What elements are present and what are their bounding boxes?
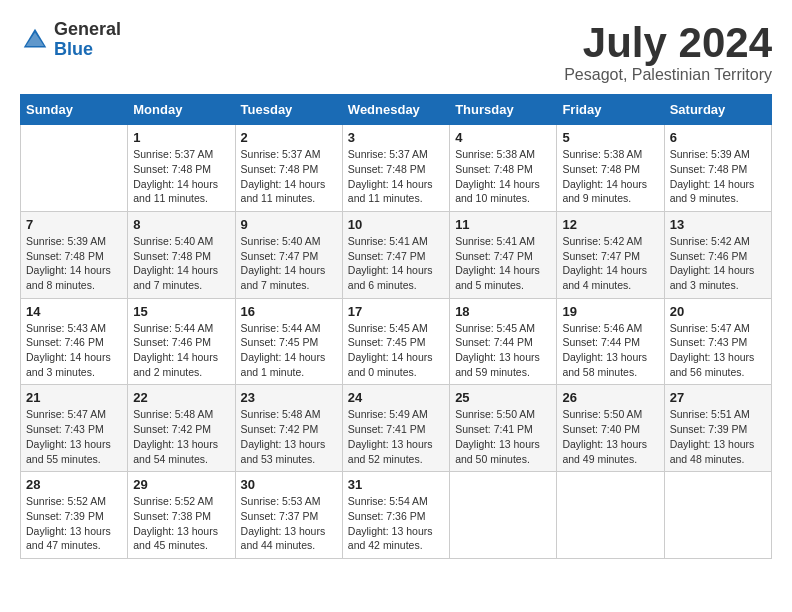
day-number: 17 [348, 304, 444, 319]
weekday-friday: Friday [557, 95, 664, 125]
title-block: July 2024 Pesagot, Palestinian Territory [564, 20, 772, 84]
day-number: 30 [241, 477, 337, 492]
day-cell: 28Sunrise: 5:52 AMSunset: 7:39 PMDayligh… [21, 472, 128, 559]
day-number: 14 [26, 304, 122, 319]
day-info: Sunrise: 5:38 AMSunset: 7:48 PMDaylight:… [455, 147, 551, 206]
month-title: July 2024 [564, 20, 772, 66]
week-row-5: 28Sunrise: 5:52 AMSunset: 7:39 PMDayligh… [21, 472, 772, 559]
day-cell: 22Sunrise: 5:48 AMSunset: 7:42 PMDayligh… [128, 385, 235, 472]
day-cell: 26Sunrise: 5:50 AMSunset: 7:40 PMDayligh… [557, 385, 664, 472]
day-cell: 4Sunrise: 5:38 AMSunset: 7:48 PMDaylight… [450, 125, 557, 212]
day-cell: 7Sunrise: 5:39 AMSunset: 7:48 PMDaylight… [21, 211, 128, 298]
day-number: 8 [133, 217, 229, 232]
day-info: Sunrise: 5:46 AMSunset: 7:44 PMDaylight:… [562, 321, 658, 380]
day-cell [450, 472, 557, 559]
day-number: 12 [562, 217, 658, 232]
day-info: Sunrise: 5:47 AMSunset: 7:43 PMDaylight:… [26, 407, 122, 466]
day-cell: 3Sunrise: 5:37 AMSunset: 7:48 PMDaylight… [342, 125, 449, 212]
weekday-saturday: Saturday [664, 95, 771, 125]
logo-text: General Blue [54, 20, 121, 60]
day-info: Sunrise: 5:40 AMSunset: 7:47 PMDaylight:… [241, 234, 337, 293]
weekday-thursday: Thursday [450, 95, 557, 125]
day-cell: 8Sunrise: 5:40 AMSunset: 7:48 PMDaylight… [128, 211, 235, 298]
day-info: Sunrise: 5:50 AMSunset: 7:40 PMDaylight:… [562, 407, 658, 466]
day-info: Sunrise: 5:42 AMSunset: 7:47 PMDaylight:… [562, 234, 658, 293]
day-cell: 16Sunrise: 5:44 AMSunset: 7:45 PMDayligh… [235, 298, 342, 385]
day-info: Sunrise: 5:45 AMSunset: 7:44 PMDaylight:… [455, 321, 551, 380]
day-number: 31 [348, 477, 444, 492]
day-cell: 25Sunrise: 5:50 AMSunset: 7:41 PMDayligh… [450, 385, 557, 472]
day-cell: 18Sunrise: 5:45 AMSunset: 7:44 PMDayligh… [450, 298, 557, 385]
day-info: Sunrise: 5:44 AMSunset: 7:45 PMDaylight:… [241, 321, 337, 380]
weekday-sunday: Sunday [21, 95, 128, 125]
day-cell: 9Sunrise: 5:40 AMSunset: 7:47 PMDaylight… [235, 211, 342, 298]
day-info: Sunrise: 5:53 AMSunset: 7:37 PMDaylight:… [241, 494, 337, 553]
day-cell: 24Sunrise: 5:49 AMSunset: 7:41 PMDayligh… [342, 385, 449, 472]
day-info: Sunrise: 5:54 AMSunset: 7:36 PMDaylight:… [348, 494, 444, 553]
day-number: 16 [241, 304, 337, 319]
day-number: 28 [26, 477, 122, 492]
day-cell: 21Sunrise: 5:47 AMSunset: 7:43 PMDayligh… [21, 385, 128, 472]
day-cell: 31Sunrise: 5:54 AMSunset: 7:36 PMDayligh… [342, 472, 449, 559]
day-cell: 12Sunrise: 5:42 AMSunset: 7:47 PMDayligh… [557, 211, 664, 298]
day-info: Sunrise: 5:52 AMSunset: 7:38 PMDaylight:… [133, 494, 229, 553]
day-number: 13 [670, 217, 766, 232]
day-info: Sunrise: 5:47 AMSunset: 7:43 PMDaylight:… [670, 321, 766, 380]
day-cell: 14Sunrise: 5:43 AMSunset: 7:46 PMDayligh… [21, 298, 128, 385]
day-info: Sunrise: 5:48 AMSunset: 7:42 PMDaylight:… [241, 407, 337, 466]
day-number: 2 [241, 130, 337, 145]
day-info: Sunrise: 5:40 AMSunset: 7:48 PMDaylight:… [133, 234, 229, 293]
day-info: Sunrise: 5:41 AMSunset: 7:47 PMDaylight:… [455, 234, 551, 293]
day-number: 22 [133, 390, 229, 405]
day-info: Sunrise: 5:39 AMSunset: 7:48 PMDaylight:… [670, 147, 766, 206]
day-info: Sunrise: 5:42 AMSunset: 7:46 PMDaylight:… [670, 234, 766, 293]
day-info: Sunrise: 5:43 AMSunset: 7:46 PMDaylight:… [26, 321, 122, 380]
day-info: Sunrise: 5:39 AMSunset: 7:48 PMDaylight:… [26, 234, 122, 293]
day-cell [664, 472, 771, 559]
day-info: Sunrise: 5:48 AMSunset: 7:42 PMDaylight:… [133, 407, 229, 466]
weekday-monday: Monday [128, 95, 235, 125]
week-row-3: 14Sunrise: 5:43 AMSunset: 7:46 PMDayligh… [21, 298, 772, 385]
day-info: Sunrise: 5:37 AMSunset: 7:48 PMDaylight:… [348, 147, 444, 206]
logo: General Blue [20, 20, 121, 60]
day-cell [557, 472, 664, 559]
weekday-header-row: SundayMondayTuesdayWednesdayThursdayFrid… [21, 95, 772, 125]
logo-blue: Blue [54, 40, 121, 60]
day-info: Sunrise: 5:52 AMSunset: 7:39 PMDaylight:… [26, 494, 122, 553]
day-info: Sunrise: 5:41 AMSunset: 7:47 PMDaylight:… [348, 234, 444, 293]
day-number: 4 [455, 130, 551, 145]
day-cell [21, 125, 128, 212]
week-row-4: 21Sunrise: 5:47 AMSunset: 7:43 PMDayligh… [21, 385, 772, 472]
day-number: 15 [133, 304, 229, 319]
day-number: 29 [133, 477, 229, 492]
day-number: 7 [26, 217, 122, 232]
day-cell: 20Sunrise: 5:47 AMSunset: 7:43 PMDayligh… [664, 298, 771, 385]
day-cell: 27Sunrise: 5:51 AMSunset: 7:39 PMDayligh… [664, 385, 771, 472]
day-info: Sunrise: 5:49 AMSunset: 7:41 PMDaylight:… [348, 407, 444, 466]
day-cell: 17Sunrise: 5:45 AMSunset: 7:45 PMDayligh… [342, 298, 449, 385]
day-info: Sunrise: 5:37 AMSunset: 7:48 PMDaylight:… [241, 147, 337, 206]
day-cell: 30Sunrise: 5:53 AMSunset: 7:37 PMDayligh… [235, 472, 342, 559]
day-info: Sunrise: 5:37 AMSunset: 7:48 PMDaylight:… [133, 147, 229, 206]
day-cell: 23Sunrise: 5:48 AMSunset: 7:42 PMDayligh… [235, 385, 342, 472]
day-cell: 10Sunrise: 5:41 AMSunset: 7:47 PMDayligh… [342, 211, 449, 298]
day-info: Sunrise: 5:44 AMSunset: 7:46 PMDaylight:… [133, 321, 229, 380]
day-number: 5 [562, 130, 658, 145]
day-number: 21 [26, 390, 122, 405]
day-number: 11 [455, 217, 551, 232]
day-number: 26 [562, 390, 658, 405]
day-number: 6 [670, 130, 766, 145]
day-number: 10 [348, 217, 444, 232]
weekday-tuesday: Tuesday [235, 95, 342, 125]
day-number: 3 [348, 130, 444, 145]
day-info: Sunrise: 5:38 AMSunset: 7:48 PMDaylight:… [562, 147, 658, 206]
day-info: Sunrise: 5:45 AMSunset: 7:45 PMDaylight:… [348, 321, 444, 380]
day-cell: 15Sunrise: 5:44 AMSunset: 7:46 PMDayligh… [128, 298, 235, 385]
day-cell: 1Sunrise: 5:37 AMSunset: 7:48 PMDaylight… [128, 125, 235, 212]
location: Pesagot, Palestinian Territory [564, 66, 772, 84]
logo-general: General [54, 20, 121, 40]
week-row-1: 1Sunrise: 5:37 AMSunset: 7:48 PMDaylight… [21, 125, 772, 212]
day-number: 18 [455, 304, 551, 319]
day-cell: 6Sunrise: 5:39 AMSunset: 7:48 PMDaylight… [664, 125, 771, 212]
page-header: General Blue July 2024 Pesagot, Palestin… [20, 20, 772, 84]
